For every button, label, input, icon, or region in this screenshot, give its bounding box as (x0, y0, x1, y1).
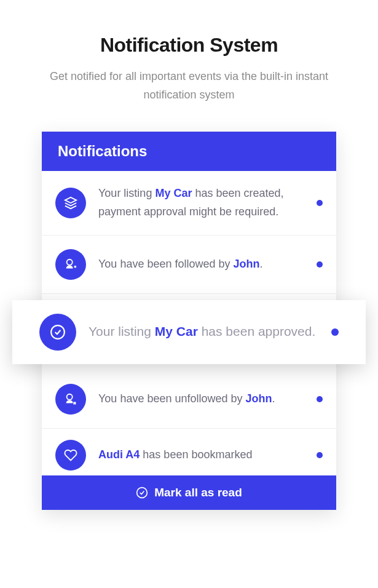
notification-text: You have been followed by John. (98, 255, 304, 274)
panel-header: Notifications (42, 132, 336, 171)
notification-item[interactable]: Your listing My Car has been approved. (12, 300, 366, 364)
notification-item[interactable]: You have been unfollowed by John. (42, 370, 336, 429)
page-subtitle: Get notified for all important events vi… (0, 68, 378, 104)
unread-indicator (317, 452, 323, 458)
heart-icon (55, 440, 86, 471)
svg-point-4 (51, 325, 65, 339)
unread-indicator (317, 261, 323, 268)
check-circle-icon (39, 314, 76, 351)
mark-all-read-button[interactable]: Mark all as read (42, 475, 336, 510)
check-circle-icon (136, 487, 148, 499)
unread-indicator (331, 328, 339, 336)
svg-point-8 (137, 487, 148, 498)
notification-text: You have been unfollowed by John. (98, 390, 304, 408)
notifications-panel: Notifications Your listing My Car has be… (42, 132, 336, 509)
user-minus-icon (55, 384, 86, 415)
unread-indicator (317, 200, 323, 206)
svg-point-1 (67, 260, 73, 265)
notification-text: Audi A4 has been bookmarked (98, 446, 304, 464)
notification-list: Your listing My Car has been created, pa… (42, 171, 336, 475)
page-title: Notification System (0, 34, 378, 57)
layers-icon (55, 188, 86, 218)
notification-item[interactable]: Your listing My Car has been created, pa… (42, 171, 336, 235)
unread-indicator (317, 396, 323, 402)
notification-text: Your listing My Car has been created, pa… (98, 185, 304, 221)
notification-item[interactable]: You have been followed by John. (42, 236, 336, 294)
svg-marker-0 (65, 197, 76, 203)
notification-item[interactable]: Audi A4 has been bookmarked (42, 429, 336, 475)
user-plus-icon (55, 249, 86, 280)
svg-point-5 (67, 394, 73, 400)
mark-all-label: Mark all as read (154, 486, 242, 499)
notification-text: Your listing My Car has been approved. (89, 321, 319, 343)
